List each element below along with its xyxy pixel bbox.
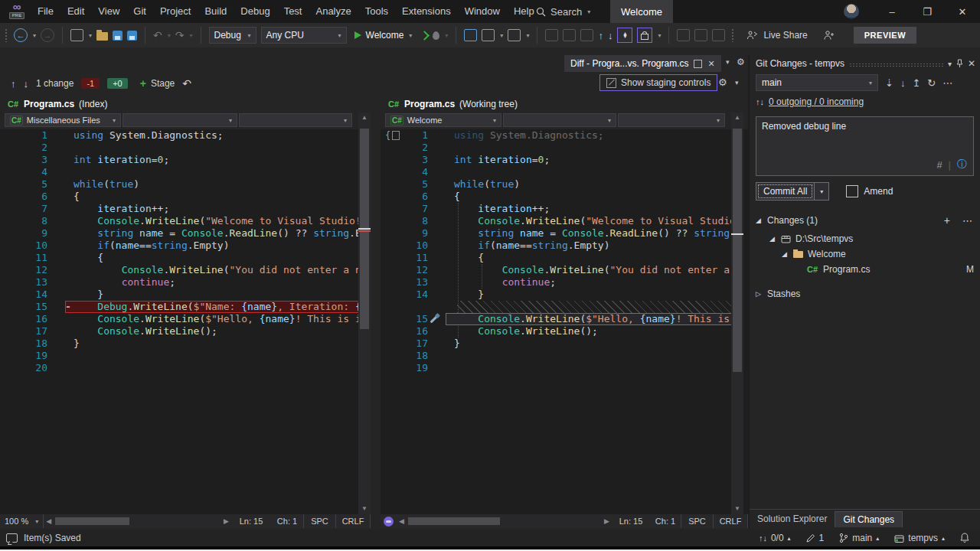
previous-change-button[interactable]: ↑ [598,30,603,41]
expander-expanded-icon[interactable]: ◢ [769,235,776,243]
zoom-control[interactable]: 100 %▾ [0,514,44,528]
start-debugging-button[interactable]: Welcome ▾ [351,30,416,41]
save-all-button[interactable] [127,31,137,41]
new-project-dropdown[interactable]: ▾ [89,32,92,39]
redo-button[interactable]: ↷ [175,30,185,41]
project-dropdown[interactable]: C# Welcome ▾ [385,113,501,127]
panel-grip[interactable] [849,63,943,67]
left-vertical-scrollbar[interactable]: ▲ ▼ [358,112,371,514]
info-icon[interactable]: ⓘ [957,158,967,171]
diff-options-gear-icon[interactable]: ⚙ [718,77,727,88]
previous-comment-button[interactable] [545,29,558,41]
hscroll-right-icon[interactable]: ▶ [602,517,612,525]
hot-reload-button[interactable] [433,31,439,40]
diff-document-tab[interactable]: Diff - Progra...vs. Program.cs ✕ [564,55,721,72]
menu-edit[interactable]: Edit [60,0,91,23]
tab-list-dropdown[interactable]: ▾ [726,58,730,66]
expander-collapsed-icon[interactable]: ▷ [756,290,763,298]
brace-suggestion-icon[interactable]: { [385,129,400,142]
minimize-button[interactable]: – [874,0,910,23]
hscroll-left-icon[interactable]: ◀ [397,517,407,525]
project-dropdown[interactable]: C# Miscellaneous Files ▾ [5,113,121,127]
scroll-up-icon[interactable]: ▲ [731,112,743,123]
toolbar-grip[interactable] [5,28,8,42]
diff-options-dropdown[interactable]: ▾ [735,79,739,86]
expander-expanded-icon[interactable]: ◢ [782,250,789,258]
sync-commits-button[interactable]: ↑↓ 0/0 ▴ [759,533,791,543]
menu-view[interactable]: View [91,0,126,23]
menu-test[interactable]: Test [277,0,309,23]
close-tab-icon[interactable]: ✕ [707,59,714,69]
current-repository-button[interactable]: tempvs ▴ [894,533,945,543]
previous-difference-button[interactable]: ↑ [11,78,16,90]
hscroll-right-icon[interactable]: ▶ [221,517,231,525]
commit-all-button[interactable]: Commit All ▾ [756,182,829,201]
menu-extensions[interactable]: Extensions [395,0,458,23]
stage-button[interactable]: + Stage [140,77,175,90]
feedback-icon[interactable] [6,533,18,543]
member-dropdown[interactable]: ▾ [239,113,352,127]
menu-build[interactable]: Build [198,0,234,23]
user-avatar[interactable] [844,4,859,19]
current-branch-button[interactable]: main ▴ [839,533,879,543]
solution-configuration-dropdown[interactable]: Debug▾ [209,27,256,44]
scroll-up-icon[interactable]: ▲ [358,112,371,123]
pin-icon[interactable] [956,59,963,68]
keep-tab-open-icon[interactable] [694,60,702,68]
sync-status-link[interactable]: 0 outgoing / 0 incoming [769,96,864,107]
left-code-editor[interactable]: 1using System.Diagnostics;23int iteratio… [0,129,358,514]
inline-diff-toggle-button[interactable]: ▲▼ [617,28,632,43]
refresh-button[interactable]: ↻ [927,77,936,89]
menu-tools[interactable]: Tools [358,0,395,23]
next-difference-button[interactable]: ↓ [24,78,29,90]
repo-tree-item[interactable]: ◢ D:\Src\tempvs [750,231,980,246]
navigate-symbol-button[interactable] [677,29,690,41]
new-project-button[interactable] [70,29,83,41]
menu-analyze[interactable]: Analyze [309,0,358,23]
changed-file-tree-item[interactable]: C# Program.cs M [750,262,980,277]
show-staging-controls-toggle[interactable]: Show staging controls [599,74,717,91]
live-share-button[interactable]: Live Share [746,30,807,41]
changes-more-actions-icon[interactable]: ⋯ [962,215,972,227]
diff-settings-gear-icon[interactable]: ⚙ [737,57,745,67]
fetch-button[interactable]: ⇣ [885,77,893,89]
preview-feedback-button[interactable]: PREVIEW [854,27,916,44]
menu-git[interactable]: Git [126,0,153,23]
hot-reload-dropdown[interactable]: ▾ [445,32,448,39]
type-dropdown[interactable]: ▾ [122,113,237,127]
push-button[interactable]: ↥ [912,77,920,89]
more-actions-button[interactable]: ⋯ [942,77,952,89]
copilot-icon[interactable] [384,517,394,527]
line-ending-indicator[interactable]: CRLF [335,514,371,528]
save-button[interactable] [113,31,122,41]
pull-button[interactable]: ↓ [900,77,906,89]
stashes-section-header[interactable]: ▷ Stashes [750,286,980,302]
find-in-files-button[interactable] [464,29,477,41]
redo-dropdown[interactable]: ▾ [190,32,193,39]
undo-button[interactable]: ↶ [153,30,162,41]
commit-options-dropdown[interactable]: ▾ [814,183,828,200]
scroll-down-icon[interactable]: ▼ [358,504,371,514]
pane-divider[interactable] [371,95,381,528]
commit-message-input[interactable]: Removed debug line # | ⓘ [756,116,974,176]
start-without-debugging-button[interactable] [420,31,430,41]
close-panel-icon[interactable]: ✕ [968,58,975,69]
project-tree-item[interactable]: ◢ Welcome [750,246,980,262]
solution-platform-dropdown[interactable]: Any CPU▾ [261,27,347,44]
line-ending-indicator[interactable]: CRLF [713,514,748,528]
menu-project[interactable]: Project [153,0,198,23]
stage-all-icon[interactable]: + [944,214,950,227]
type-dropdown[interactable]: ▾ [503,113,616,127]
window-layout-button[interactable] [482,29,495,41]
tab-solution-explorer[interactable]: Solution Explorer [750,511,835,527]
navigate-back-button[interactable]: ← [14,28,28,42]
close-button[interactable]: ✕ [945,0,980,23]
add-user-button[interactable] [823,30,835,41]
menu-debug[interactable]: Debug [234,0,276,23]
right-vertical-scrollbar[interactable]: ▲ ▼ [731,112,743,514]
expander-expanded-icon[interactable]: ◢ [756,217,763,224]
menu-file[interactable]: File [31,0,60,23]
revert-change-button[interactable]: ↶ [182,78,191,89]
notifications-bell-icon[interactable] [960,533,969,543]
right-code-editor[interactable]: 1using System.Diagnostics;{23int iterati… [381,129,731,514]
